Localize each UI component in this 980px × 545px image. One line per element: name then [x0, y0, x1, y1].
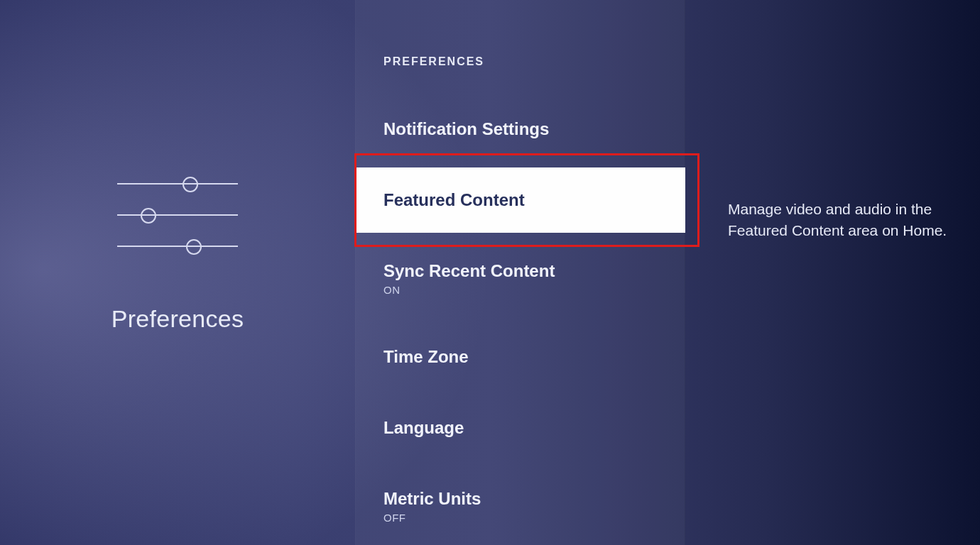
slider-knob-icon — [183, 177, 198, 192]
slider-knob-icon — [141, 208, 156, 224]
menu-item-title: Featured Content — [383, 190, 657, 210]
menu-item-status: OFF — [383, 512, 657, 524]
description-panel: Manage video and audio in the Featured C… — [685, 0, 980, 545]
spacer — [355, 452, 685, 475]
slider-line-icon — [117, 183, 238, 185]
menu-item-time-zone[interactable]: Time Zone — [355, 333, 685, 381]
spacer — [355, 153, 685, 167]
menu-item-sync-recent-content[interactable]: Sync Recent Content ON — [355, 247, 685, 310]
slider-line-icon — [117, 214, 238, 216]
menu-item-title: Metric Units — [383, 489, 657, 509]
menu-item-title: Language — [383, 418, 657, 438]
spacer — [355, 233, 685, 247]
spacer — [355, 381, 685, 404]
menu-header: PREFERENCES — [355, 55, 685, 105]
left-panel: Preferences — [0, 0, 355, 545]
spacer — [355, 310, 685, 333]
category-title: Preferences — [111, 305, 244, 333]
slider-line-icon — [117, 246, 238, 247]
settings-screen: Preferences PREFERENCES Notification Set… — [0, 0, 980, 545]
menu-item-featured-content[interactable]: Featured Content — [355, 167, 685, 233]
menu-item-title: Time Zone — [383, 347, 657, 367]
menu-item-description: Manage video and audio in the Featured C… — [728, 199, 952, 242]
menu-item-title: Sync Recent Content — [383, 261, 657, 281]
menu-item-language[interactable]: Language — [355, 404, 685, 452]
menu-item-status: ON — [383, 284, 657, 296]
menu-item-metric-units[interactable]: Metric Units OFF — [355, 475, 685, 538]
menu-panel: PREFERENCES Notification Settings Featur… — [355, 0, 685, 545]
slider-knob-icon — [186, 239, 202, 255]
menu-item-notification-settings[interactable]: Notification Settings — [355, 105, 685, 153]
menu-item-title: Notification Settings — [383, 119, 657, 139]
preferences-sliders-icon — [117, 170, 238, 270]
